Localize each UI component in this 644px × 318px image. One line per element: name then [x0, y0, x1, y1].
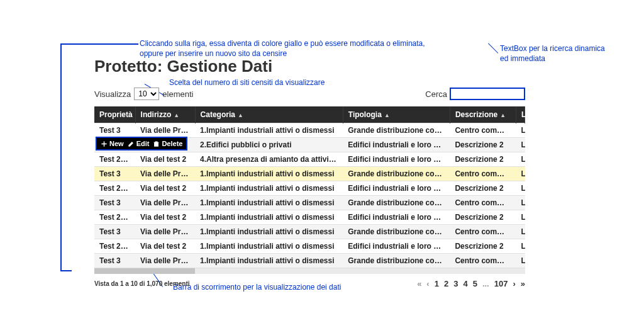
table-cell: L — [516, 181, 525, 196]
data-table: Proprietà▲ Indirizzo▲ Categoria▲ Tipolog… — [94, 106, 525, 268]
table-cell: Via del test 2 — [135, 239, 195, 254]
table-cell: Via delle Provina — [135, 123, 195, 138]
table-cell: Test 3 — [94, 167, 135, 181]
table-cell: Test 3 — [94, 123, 135, 138]
table-row[interactable]: Test 3Via delle Provina1.Impianti indust… — [94, 167, 525, 181]
table-cell: Descrizione 2 — [450, 181, 516, 196]
row-toolbar: New Edit Delete — [96, 137, 187, 150]
table-cell: Grande distribuzione commerciale — [343, 225, 450, 239]
table-cell: L — [516, 254, 525, 268]
table-cell: Grande distribuzione commerciale — [343, 196, 450, 210]
pager-lastpage[interactable]: 107 — [494, 279, 508, 288]
trash-icon — [153, 140, 160, 147]
table-cell: Centro commerciale — [450, 225, 516, 239]
table-row[interactable]: Test 3Via delle Provina1.Impianti indust… — [94, 196, 525, 210]
table-row[interactable]: Test 2 sncVia del test 21.Impianti indus… — [94, 239, 525, 254]
pager-page[interactable]: 4 — [463, 279, 467, 288]
table-cell: L — [516, 225, 525, 239]
table-cell: Test 3 — [94, 225, 135, 239]
table-cell: Edifici industriali e loro pertinenze — [343, 239, 450, 254]
table-cell: Descrizione 2 — [450, 138, 516, 152]
table-cell: Edifici industriali e loro pertinenze — [343, 138, 450, 152]
table-cell: 1.Impianti industriali attivi o dismessi — [195, 196, 343, 210]
pager-prev[interactable]: ‹ — [426, 279, 429, 288]
search-label: Cerca — [425, 89, 447, 99]
col-header-indirizzo[interactable]: Indirizzo▲ — [135, 106, 195, 123]
table-cell: Descrizione 2 — [450, 210, 516, 225]
table-cell: L — [516, 138, 525, 152]
table-cell: Test 2 snc — [94, 152, 135, 167]
table-cell: Grande distribuzione commerciale — [343, 167, 450, 181]
col-header-descrizione[interactable]: Descrizione▲ — [450, 106, 516, 123]
table-cell: Test 2 snc — [94, 181, 135, 196]
length-label-right: elementi — [162, 89, 193, 99]
table-cell: 4.Altra presenza di amianto da attività … — [195, 152, 343, 167]
table-cell: Centro commerciale — [450, 123, 516, 138]
page-container: Protetto: Gestione Dati Visualizza 10 el… — [94, 57, 525, 288]
table-cell: Test 3 — [94, 254, 135, 268]
table-cell: Grande distribuzione commerciale — [343, 123, 450, 138]
pager-page[interactable]: 5 — [473, 279, 477, 288]
table-cell: Test 2 snc — [94, 239, 135, 254]
table-cell: Via delle Provina — [135, 225, 195, 239]
table-header-row: Proprietà▲ Indirizzo▲ Categoria▲ Tipolog… — [94, 106, 525, 123]
table-cell: Test 3 — [94, 196, 135, 210]
table-row[interactable]: Test 3Via delle Provina1.Impianti indust… — [94, 254, 525, 268]
pagination: « ‹ 1 2 3 4 5 ... 107 › » — [417, 279, 525, 288]
table-row[interactable]: Test 2 sncVia del test 21.Impianti indus… — [94, 210, 525, 225]
table-cell: Descrizione 2 — [450, 239, 516, 254]
pager-page[interactable]: 1 — [435, 279, 439, 288]
table-cell: 1.Impianti industriali attivi o dismessi — [195, 123, 343, 138]
col-header-proprieta[interactable]: Proprietà▲ — [94, 106, 135, 123]
table-row[interactable]: Test 2 sncVia del test 24.Altra presenza… — [94, 152, 525, 167]
table-cell: L — [516, 123, 525, 138]
table-cell: Edifici industriali e loro pertinenze — [343, 152, 450, 167]
table-cell: 1.Impianti industriali attivi o dismessi — [195, 167, 343, 181]
pager-page[interactable]: 3 — [453, 279, 458, 288]
new-button[interactable]: New — [101, 140, 124, 147]
edit-button[interactable]: Edit — [128, 140, 150, 147]
table-cell: Edifici industriali e loro pertinenze — [343, 210, 450, 225]
pager-first[interactable]: « — [417, 279, 421, 288]
table-cell: Via del test 2 — [135, 181, 195, 196]
table-cell: Centro commerciale — [450, 167, 516, 181]
page-title: Protetto: Gestione Dati — [94, 57, 525, 76]
pencil-icon — [128, 140, 135, 147]
table-cell: 1.Impianti industriali attivi o dismessi — [195, 181, 343, 196]
table-cell: 1.Impianti industriali attivi o dismessi — [195, 239, 343, 254]
table-cell: L — [516, 239, 525, 254]
table-cell: Centro commerciale — [450, 254, 516, 268]
length-select[interactable]: 10 — [134, 88, 159, 100]
col-header-categoria[interactable]: Categoria▲ — [195, 106, 343, 123]
length-label-left: Visualizza — [94, 89, 131, 99]
col-header-last[interactable]: L — [516, 106, 525, 123]
pager-page[interactable]: 2 — [444, 279, 448, 288]
plus-icon — [101, 140, 108, 147]
table-cell: Grande distribuzione commerciale — [343, 254, 450, 268]
annotation-row-click: Cliccando sulla riga, essa diventa di co… — [140, 39, 492, 59]
pager-next[interactable]: › — [513, 279, 515, 288]
scrollbar-thumb[interactable] — [94, 268, 195, 274]
table-row[interactable]: Test 2 sncVia del test 21.Impianti indus… — [94, 181, 525, 196]
table-cell: Via del test 2 — [135, 152, 195, 167]
table-cell: L — [516, 210, 525, 225]
table-cell: Test 2 snc — [94, 210, 135, 225]
table-cell: Via delle Provina — [135, 254, 195, 268]
horizontal-scrollbar[interactable] — [94, 268, 525, 274]
table-cell: Edifici industriali e loro pertinenze — [343, 181, 450, 196]
table-cell: 1.Impianti industriali attivi o dismessi — [195, 254, 343, 268]
search-input[interactable] — [450, 88, 525, 100]
table-info: Vista da 1 a 10 di 1,070 elementi — [94, 280, 190, 287]
table-cell: Via delle Provina — [135, 196, 195, 210]
pager-last[interactable]: » — [521, 279, 525, 288]
table-row[interactable]: Test 3Via delle Provina1.Impianti indust… — [94, 123, 525, 138]
table-row[interactable]: Test 3Via delle Provina1.Impianti indust… — [94, 225, 525, 239]
table-cell: Via del test 2 — [135, 210, 195, 225]
col-header-tipologia[interactable]: Tipologia▲ — [343, 106, 450, 123]
table-cell: Via delle Provina — [135, 167, 195, 181]
table-cell: Descrizione 2 — [450, 152, 516, 167]
delete-button[interactable]: Delete — [153, 140, 182, 147]
table-cell: L — [516, 196, 525, 210]
table-cell: L — [516, 152, 525, 167]
table-cell: 1.Impianti industriali attivi o dismessi — [195, 210, 343, 225]
